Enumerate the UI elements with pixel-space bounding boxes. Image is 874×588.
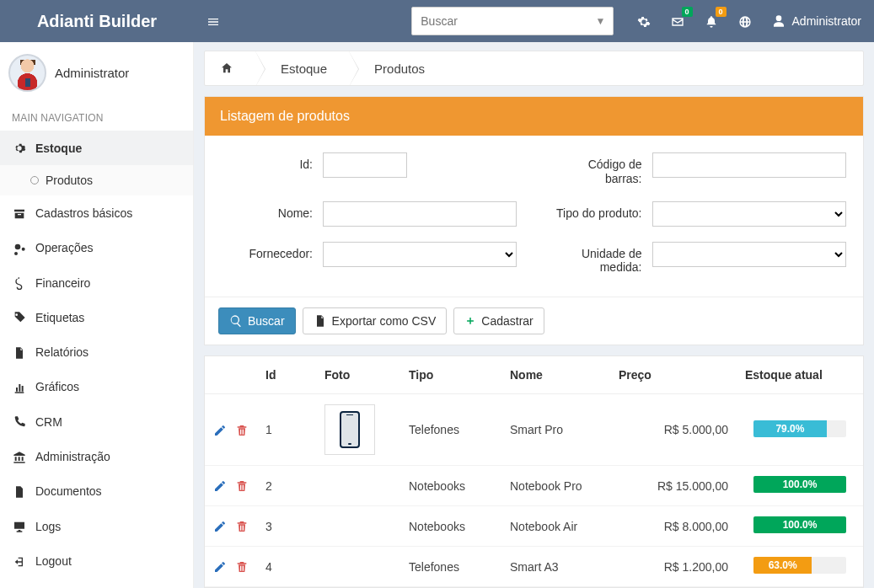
- trash-icon[interactable]: [235, 519, 249, 533]
- global-search[interactable]: ▼: [411, 7, 614, 35]
- cell-id: 4: [257, 547, 316, 587]
- dollar-icon: [12, 275, 27, 290]
- th-foto[interactable]: Foto: [316, 356, 400, 394]
- cell-nome: Smart Pro: [501, 394, 610, 466]
- phone-device-icon: [340, 411, 360, 448]
- search-icon: [229, 314, 243, 328]
- sidebar-subitem-produtos[interactable]: Produtos: [0, 165, 193, 195]
- table-row: 1TelefonesSmart ProR$ 5.000,0079.0%: [205, 394, 863, 466]
- circle-icon: [30, 176, 39, 184]
- edit-icon[interactable]: [213, 478, 227, 493]
- breadcrumb-item-estoque[interactable]: Estoque: [255, 51, 349, 85]
- menu-toggle-icon[interactable]: [206, 13, 220, 29]
- sidebar-item-cadastros-básicos[interactable]: Cadastros básicos: [0, 195, 193, 230]
- edit-icon[interactable]: [213, 423, 227, 437]
- buscar-label: Buscar: [248, 314, 285, 328]
- monitor-icon: [12, 519, 27, 533]
- search-input[interactable]: [411, 7, 614, 35]
- exportar-csv-button[interactable]: Exportar como CSV: [303, 307, 448, 334]
- cell-preco: R$ 15.000,00: [610, 466, 737, 506]
- cogs2-icon: [12, 241, 27, 255]
- app-logo[interactable]: Adianti Builder: [0, 0, 194, 42]
- breadcrumb: Estoque Produtos: [204, 51, 864, 86]
- sidebar-item-label: CRM: [35, 415, 62, 429]
- user-icon: [772, 14, 786, 28]
- mail-badge: 0: [682, 7, 693, 17]
- institution-icon: [12, 449, 27, 463]
- th-tipo[interactable]: Tipo: [400, 356, 501, 394]
- progress-value: 63.0%: [753, 557, 812, 574]
- progress-bar: 100.0%: [753, 516, 846, 533]
- cell-id: 2: [257, 466, 316, 506]
- label-tipo-produto: Tipo do produto:: [551, 201, 652, 221]
- cell-nome: Smart A3: [501, 547, 610, 587]
- progress-bar: 79.0%: [753, 420, 846, 437]
- cell-estoque: 100.0%: [737, 506, 863, 547]
- trash-icon[interactable]: [235, 423, 249, 437]
- label-nome: Nome:: [222, 201, 323, 221]
- cadastrar-button[interactable]: ＋ Cadastrar: [453, 307, 544, 334]
- cell-estoque: 63.0%: [737, 547, 863, 587]
- mail-icon[interactable]: 0: [671, 13, 684, 29]
- sidebar-item-operações[interactable]: Operações: [0, 231, 193, 265]
- sidebar-item-etiquetas[interactable]: Etiquetas: [0, 300, 193, 334]
- globe-icon[interactable]: [738, 13, 752, 29]
- sidebar-item-relatórios[interactable]: Relatórios: [0, 334, 193, 369]
- input-id[interactable]: [323, 152, 407, 178]
- table-row: 2NotebooksNotebook ProR$ 15.000,00100.0%: [205, 466, 863, 506]
- sidebar-user-name: Administrator: [55, 66, 129, 80]
- cell-id: 3: [257, 506, 316, 547]
- th-estoque[interactable]: Estoque atual: [737, 356, 863, 394]
- progress-value: 100.0%: [753, 476, 846, 493]
- select-tipo-produto[interactable]: [652, 201, 846, 227]
- sidebar-item-logs[interactable]: Logs: [0, 509, 193, 543]
- bell-icon[interactable]: 0: [705, 13, 718, 29]
- sidebar-item-label: Logout: [35, 554, 72, 568]
- cell-tipo: Telefones: [400, 547, 501, 587]
- input-codigo-barras[interactable]: [652, 152, 846, 178]
- label-id: Id:: [222, 152, 323, 172]
- sidebar-item-label: Operações: [35, 241, 93, 254]
- trash-icon[interactable]: [235, 478, 249, 493]
- select-unidade-medida[interactable]: [652, 242, 846, 267]
- buscar-button[interactable]: Buscar: [218, 307, 296, 334]
- th-nome[interactable]: Nome: [501, 356, 610, 394]
- sidebar-item-financeiro[interactable]: Financeiro: [0, 265, 193, 300]
- cell-foto: [316, 466, 400, 506]
- cell-tipo: Notebooks: [400, 506, 501, 547]
- sidebar-item-gráficos[interactable]: Gráficos: [0, 370, 193, 404]
- product-thumb: [324, 404, 375, 455]
- cell-tipo: Telefones: [400, 394, 501, 466]
- edit-icon[interactable]: [213, 559, 227, 574]
- cell-preco: R$ 1.200,00: [610, 547, 737, 587]
- breadcrumb-home[interactable]: [205, 51, 255, 85]
- cell-nome: Notebook Air: [501, 506, 610, 547]
- sidebar-item-administração[interactable]: Administração: [0, 439, 193, 473]
- sidebar-item-documentos[interactable]: Documentos: [0, 474, 193, 509]
- cell-preco: R$ 8.000,00: [610, 506, 737, 547]
- progress-bar: 63.0%: [753, 557, 846, 574]
- sidebar-item-logout[interactable]: Logout: [0, 543, 193, 578]
- cell-tipo: Notebooks: [400, 466, 501, 506]
- phone-icon: [12, 414, 27, 429]
- progress-value: 79.0%: [753, 420, 827, 437]
- sidebar-item-estoque[interactable]: Estoque: [0, 131, 193, 165]
- user-menu[interactable]: Administrator: [772, 14, 861, 28]
- th-preco[interactable]: Preço: [610, 356, 737, 394]
- sidebar-item-label: Gráficos: [35, 380, 79, 393]
- sidebar-item-crm[interactable]: CRM: [0, 404, 193, 439]
- file-icon: [12, 345, 27, 359]
- th-id[interactable]: Id: [257, 356, 316, 394]
- breadcrumb-item-produtos[interactable]: Produtos: [349, 51, 447, 85]
- user-name: Administrator: [792, 14, 861, 28]
- gear-icon[interactable]: [637, 13, 651, 29]
- table-row: 4TelefonesSmart A3R$ 1.200,0063.0%: [205, 547, 863, 587]
- select-fornecedor[interactable]: [323, 242, 517, 267]
- edit-icon[interactable]: [213, 519, 227, 533]
- sidebar-item-label: Cadastros básicos: [35, 206, 132, 220]
- progress-bar: 100.0%: [753, 476, 846, 493]
- input-nome[interactable]: [323, 201, 517, 227]
- trash-icon[interactable]: [235, 559, 249, 574]
- tag-icon: [12, 310, 27, 324]
- chart-icon: [12, 380, 27, 394]
